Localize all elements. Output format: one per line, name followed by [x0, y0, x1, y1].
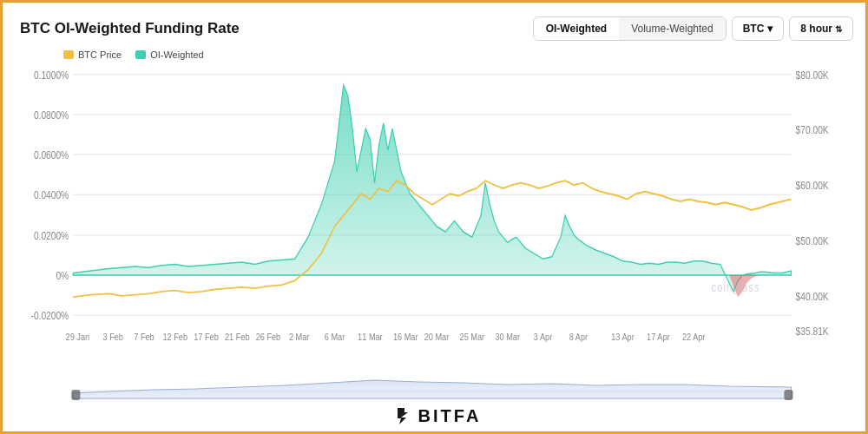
chart-area: 0.1000% 0.0800% 0.0600% 0.0400% 0.0200% … — [20, 63, 853, 400]
svg-text:-0.0200%: -0.0200% — [31, 310, 69, 321]
svg-text:30 Mar: 30 Mar — [495, 332, 520, 342]
svg-text:0%: 0% — [56, 270, 69, 281]
svg-text:6 Mar: 6 Mar — [325, 332, 345, 342]
svg-text:11 Mar: 11 Mar — [358, 332, 383, 342]
svg-text:$35.81K: $35.81K — [796, 326, 829, 337]
svg-text:7 Feb: 7 Feb — [134, 332, 155, 342]
svg-text:0.1000%: 0.1000% — [34, 69, 69, 81]
svg-text:0.0200%: 0.0200% — [34, 230, 69, 241]
chevron-down-icon: ▾ — [767, 23, 773, 35]
legend-oi-weighted: OI-Weighted — [135, 49, 204, 60]
legend-dot-btc — [63, 50, 74, 59]
main-chart-svg: 0.1000% 0.0800% 0.0600% 0.0400% 0.0200% … — [20, 63, 853, 357]
mini-chart — [20, 358, 853, 400]
svg-text:13 Apr: 13 Apr — [611, 332, 635, 342]
svg-text:22 Apr: 22 Apr — [682, 332, 706, 342]
logo-icon — [392, 405, 413, 426]
svg-text:0.0400%: 0.0400% — [34, 190, 69, 201]
coin-selector[interactable]: BTC ▾ — [732, 16, 785, 41]
chevron-up-down-icon: ⇅ — [835, 24, 842, 34]
header: BTC OI-Weighted Funding Rate OI-Weighted… — [20, 16, 853, 41]
legend-btc-price: BTC Price — [63, 49, 122, 60]
footer: BITFA — [20, 400, 853, 428]
svg-text:3 Feb: 3 Feb — [102, 332, 123, 342]
time-selector[interactable]: 8 hour ⇅ — [789, 16, 853, 41]
svg-text:16 Mar: 16 Mar — [393, 332, 418, 342]
svg-text:$70.00K: $70.00K — [796, 124, 829, 135]
svg-text:17 Feb: 17 Feb — [194, 332, 219, 342]
logo: BITFA — [392, 405, 482, 426]
logo-text: BITFA — [418, 406, 482, 426]
svg-rect-41 — [784, 390, 792, 400]
svg-rect-42 — [80, 390, 784, 400]
svg-rect-40 — [71, 390, 80, 400]
main-chart: 0.1000% 0.0800% 0.0600% 0.0400% 0.0200% … — [20, 63, 853, 357]
svg-text:25 Mar: 25 Mar — [460, 332, 485, 342]
svg-text:$80.00K: $80.00K — [796, 69, 829, 81]
svg-text:$50.00K: $50.00K — [796, 235, 829, 247]
svg-text:$40.00K: $40.00K — [796, 291, 829, 302]
oi-weighted-btn[interactable]: OI-Weighted — [534, 17, 619, 40]
legend-dot-oi — [135, 50, 146, 59]
svg-text:2 Mar: 2 Mar — [289, 332, 310, 342]
chart-type-toggle: OI-Weighted Volume-Weighted — [533, 16, 727, 41]
svg-text:21 Feb: 21 Feb — [225, 332, 250, 342]
page-title: BTC OI-Weighted Funding Rate — [20, 20, 240, 37]
page-container: BTC OI-Weighted Funding Rate OI-Weighted… — [3, 3, 868, 434]
svg-text:coinglass: coinglass — [712, 281, 760, 294]
controls: OI-Weighted Volume-Weighted BTC ▾ 8 hour… — [533, 16, 853, 41]
svg-text:20 Mar: 20 Mar — [424, 332, 450, 342]
mini-chart-svg — [20, 358, 853, 400]
volume-weighted-btn[interactable]: Volume-Weighted — [619, 17, 726, 40]
legend: BTC Price OI-Weighted — [20, 49, 853, 60]
svg-text:0.0800%: 0.0800% — [34, 109, 69, 121]
svg-text:26 Feb: 26 Feb — [256, 332, 281, 342]
svg-text:8 Apr: 8 Apr — [569, 332, 589, 342]
svg-text:29 Jan: 29 Jan — [66, 332, 90, 342]
svg-text:0.0600%: 0.0600% — [34, 149, 69, 161]
svg-text:3 Apr: 3 Apr — [534, 332, 553, 342]
svg-text:$60.00K: $60.00K — [796, 180, 829, 191]
svg-text:12 Feb: 12 Feb — [162, 332, 187, 342]
svg-text:17 Apr: 17 Apr — [647, 332, 670, 342]
